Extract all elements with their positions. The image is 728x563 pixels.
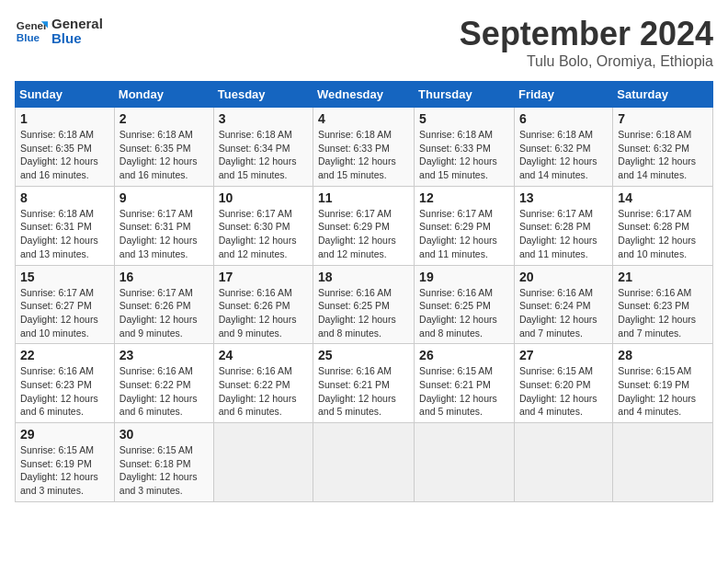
- logo-line1: General: [51, 17, 103, 32]
- day-number: 6: [519, 111, 608, 126]
- day-info: Sunrise: 6:17 AMSunset: 6:31 PMDaylight:…: [119, 207, 209, 261]
- day-info: Sunrise: 6:17 AMSunset: 6:28 PMDaylight:…: [519, 207, 608, 261]
- calendar-cell: 26Sunrise: 6:15 AMSunset: 6:21 PMDayligh…: [415, 344, 515, 423]
- col-header-tuesday: Tuesday: [213, 82, 313, 108]
- calendar-cell: [415, 423, 515, 502]
- day-info: Sunrise: 6:18 AMSunset: 6:35 PMDaylight:…: [119, 128, 209, 182]
- day-number: 18: [318, 270, 409, 284]
- day-number: 7: [618, 111, 708, 126]
- calendar-cell: 13Sunrise: 6:17 AMSunset: 6:28 PMDayligh…: [514, 186, 612, 265]
- month-title: September 2024: [460, 15, 713, 53]
- day-number: 26: [419, 348, 509, 362]
- day-number: 28: [618, 348, 708, 362]
- col-header-saturday: Saturday: [613, 82, 713, 108]
- day-info: Sunrise: 6:17 AMSunset: 6:28 PMDaylight:…: [618, 207, 708, 261]
- calendar-cell: 24Sunrise: 6:16 AMSunset: 6:22 PMDayligh…: [213, 344, 313, 423]
- day-info: Sunrise: 6:16 AMSunset: 6:22 PMDaylight:…: [219, 364, 308, 419]
- day-number: 10: [219, 190, 308, 205]
- calendar-cell: 19Sunrise: 6:16 AMSunset: 6:25 PMDayligh…: [415, 265, 515, 344]
- calendar-cell: 21Sunrise: 6:16 AMSunset: 6:23 PMDayligh…: [613, 265, 713, 344]
- day-info: Sunrise: 6:18 AMSunset: 6:35 PMDaylight:…: [20, 128, 109, 182]
- calendar-cell: 2Sunrise: 6:18 AMSunset: 6:35 PMDaylight…: [114, 108, 213, 187]
- day-info: Sunrise: 6:15 AMSunset: 6:21 PMDaylight:…: [419, 364, 509, 419]
- day-info: Sunrise: 6:15 AMSunset: 6:20 PMDaylight:…: [519, 364, 608, 419]
- calendar-cell: 7Sunrise: 6:18 AMSunset: 6:32 PMDaylight…: [613, 108, 713, 187]
- day-number: 12: [419, 190, 509, 205]
- page-header: General Blue General Blue September 2024…: [15, 15, 713, 70]
- day-info: Sunrise: 6:17 AMSunset: 6:27 PMDaylight:…: [20, 286, 109, 340]
- day-info: Sunrise: 6:16 AMSunset: 6:22 PMDaylight:…: [119, 364, 209, 419]
- day-info: Sunrise: 6:16 AMSunset: 6:23 PMDaylight:…: [20, 364, 109, 419]
- calendar-cell: 17Sunrise: 6:16 AMSunset: 6:26 PMDayligh…: [213, 265, 313, 344]
- day-number: 25: [318, 348, 409, 362]
- day-info: Sunrise: 6:16 AMSunset: 6:25 PMDaylight:…: [318, 286, 409, 340]
- title-block: September 2024 Tulu Bolo, Oromiya, Ethio…: [460, 15, 713, 70]
- day-number: 4: [318, 111, 409, 126]
- col-header-thursday: Thursday: [415, 82, 515, 108]
- day-info: Sunrise: 6:16 AMSunset: 6:23 PMDaylight:…: [618, 286, 708, 340]
- calendar-cell: 23Sunrise: 6:16 AMSunset: 6:22 PMDayligh…: [114, 344, 213, 423]
- day-info: Sunrise: 6:16 AMSunset: 6:21 PMDaylight:…: [318, 364, 409, 419]
- calendar-cell: [514, 423, 612, 502]
- calendar-cell: 28Sunrise: 6:15 AMSunset: 6:19 PMDayligh…: [613, 344, 713, 423]
- day-number: 13: [519, 190, 608, 205]
- calendar-cell: 12Sunrise: 6:17 AMSunset: 6:29 PMDayligh…: [415, 186, 515, 265]
- calendar-cell: 6Sunrise: 6:18 AMSunset: 6:32 PMDaylight…: [514, 108, 612, 187]
- day-info: Sunrise: 6:17 AMSunset: 6:30 PMDaylight:…: [219, 207, 308, 261]
- calendar-cell: 4Sunrise: 6:18 AMSunset: 6:33 PMDaylight…: [313, 108, 415, 187]
- calendar-cell: [213, 423, 313, 502]
- day-number: 3: [219, 111, 308, 126]
- calendar-cell: 25Sunrise: 6:16 AMSunset: 6:21 PMDayligh…: [313, 344, 415, 423]
- day-info: Sunrise: 6:17 AMSunset: 6:26 PMDaylight:…: [119, 286, 209, 340]
- day-info: Sunrise: 6:18 AMSunset: 6:33 PMDaylight:…: [318, 128, 409, 182]
- col-header-sunday: Sunday: [16, 82, 115, 108]
- day-number: 15: [20, 270, 109, 284]
- day-info: Sunrise: 6:18 AMSunset: 6:31 PMDaylight:…: [20, 207, 109, 261]
- day-number: 5: [419, 111, 509, 126]
- day-info: Sunrise: 6:18 AMSunset: 6:34 PMDaylight:…: [219, 128, 308, 182]
- day-number: 1: [20, 111, 109, 126]
- day-number: 30: [119, 427, 209, 442]
- calendar-cell: 30Sunrise: 6:15 AMSunset: 6:18 PMDayligh…: [114, 423, 213, 502]
- day-number: 24: [219, 348, 308, 362]
- calendar-cell: 15Sunrise: 6:17 AMSunset: 6:27 PMDayligh…: [16, 265, 115, 344]
- day-info: Sunrise: 6:16 AMSunset: 6:25 PMDaylight:…: [419, 286, 509, 340]
- calendar-cell: 29Sunrise: 6:15 AMSunset: 6:19 PMDayligh…: [16, 423, 115, 502]
- col-header-wednesday: Wednesday: [313, 82, 415, 108]
- day-number: 22: [20, 348, 109, 362]
- calendar-cell: 5Sunrise: 6:18 AMSunset: 6:33 PMDaylight…: [415, 108, 515, 187]
- day-number: 20: [519, 270, 608, 284]
- logo-line2: Blue: [51, 31, 103, 47]
- day-info: Sunrise: 6:18 AMSunset: 6:32 PMDaylight:…: [519, 128, 608, 182]
- day-info: Sunrise: 6:15 AMSunset: 6:19 PMDaylight:…: [618, 364, 708, 419]
- day-number: 27: [519, 348, 608, 362]
- day-info: Sunrise: 6:18 AMSunset: 6:32 PMDaylight:…: [618, 128, 708, 182]
- day-number: 21: [618, 270, 708, 284]
- day-number: 17: [219, 270, 308, 284]
- calendar-cell: 9Sunrise: 6:17 AMSunset: 6:31 PMDaylight…: [114, 186, 213, 265]
- svg-text:General: General: [17, 19, 48, 31]
- day-number: 19: [419, 270, 509, 284]
- calendar-cell: 16Sunrise: 6:17 AMSunset: 6:26 PMDayligh…: [114, 265, 213, 344]
- col-header-friday: Friday: [514, 82, 612, 108]
- day-number: 8: [20, 190, 109, 205]
- calendar-cell: 20Sunrise: 6:16 AMSunset: 6:24 PMDayligh…: [514, 265, 612, 344]
- calendar-cell: 1Sunrise: 6:18 AMSunset: 6:35 PMDaylight…: [16, 108, 115, 187]
- calendar-cell: 18Sunrise: 6:16 AMSunset: 6:25 PMDayligh…: [313, 265, 415, 344]
- day-number: 16: [119, 270, 209, 284]
- day-number: 29: [20, 427, 109, 442]
- day-number: 2: [119, 111, 209, 126]
- location-subtitle: Tulu Bolo, Oromiya, Ethiopia: [460, 53, 713, 70]
- day-info: Sunrise: 6:17 AMSunset: 6:29 PMDaylight:…: [318, 207, 409, 261]
- day-info: Sunrise: 6:15 AMSunset: 6:19 PMDaylight:…: [20, 443, 109, 498]
- day-info: Sunrise: 6:16 AMSunset: 6:24 PMDaylight:…: [519, 286, 608, 340]
- day-number: 14: [618, 190, 708, 205]
- calendar-cell: 14Sunrise: 6:17 AMSunset: 6:28 PMDayligh…: [613, 186, 713, 265]
- day-info: Sunrise: 6:17 AMSunset: 6:29 PMDaylight:…: [419, 207, 509, 261]
- calendar-cell: 11Sunrise: 6:17 AMSunset: 6:29 PMDayligh…: [313, 186, 415, 265]
- calendar-table: SundayMondayTuesdayWednesdayThursdayFrid…: [15, 81, 713, 502]
- col-header-monday: Monday: [114, 82, 213, 108]
- day-number: 23: [119, 348, 209, 362]
- day-number: 11: [318, 190, 409, 205]
- day-info: Sunrise: 6:15 AMSunset: 6:18 PMDaylight:…: [119, 443, 209, 498]
